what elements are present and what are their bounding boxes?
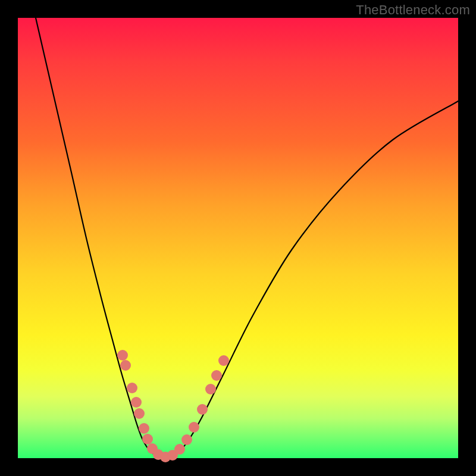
marker-group xyxy=(117,350,229,462)
highlight-dot xyxy=(205,384,216,394)
highlight-dot xyxy=(174,444,185,455)
highlight-dot xyxy=(117,350,128,361)
highlight-dot xyxy=(127,383,137,393)
plot-area xyxy=(18,18,458,458)
highlight-dot xyxy=(120,360,131,371)
highlight-dot xyxy=(142,434,153,444)
chart-svg xyxy=(18,18,458,458)
highlight-dot xyxy=(134,408,145,419)
curve-group xyxy=(36,18,463,457)
highlight-dot xyxy=(189,422,199,433)
highlight-dot xyxy=(139,423,149,434)
bottleneck-curve xyxy=(36,18,463,457)
watermark-text: TheBottleneck.com xyxy=(356,2,470,18)
highlight-dot xyxy=(218,355,229,366)
highlight-dot xyxy=(131,397,142,408)
highlight-dot xyxy=(211,370,222,381)
highlight-dot xyxy=(181,434,192,445)
highlight-dot xyxy=(197,404,208,415)
chart-frame: TheBottleneck.com xyxy=(0,0,476,476)
